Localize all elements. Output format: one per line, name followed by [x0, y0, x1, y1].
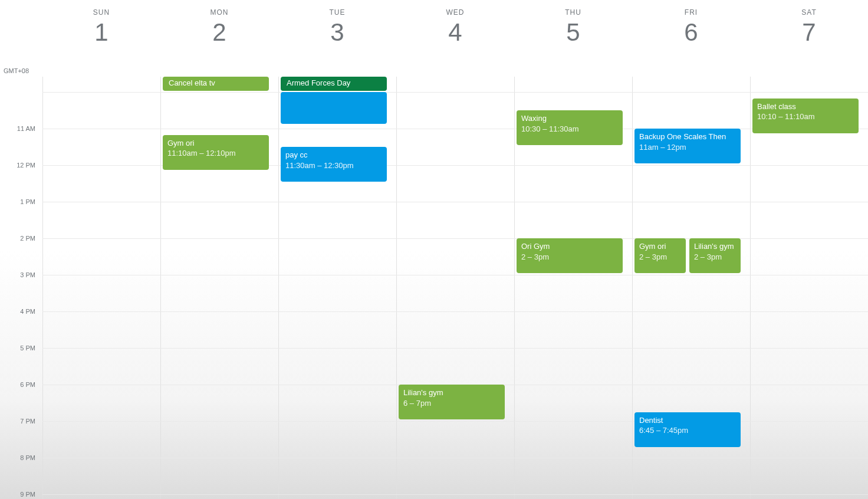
calendar-event[interactable] — [281, 92, 387, 124]
allday-event[interactable]: Cancel elta tv — [163, 77, 269, 91]
time-label: 11 AM — [17, 125, 35, 132]
calendar-event[interactable]: Lilian's gym6 – 7pm — [399, 385, 505, 419]
hour-line — [42, 421, 868, 422]
day-number[interactable]: 7 — [802, 20, 816, 45]
event-time: 2 – 3pm — [521, 252, 618, 262]
calendar-event[interactable]: Ballet class10:10 – 11:10am — [752, 99, 859, 133]
day-number[interactable]: 6 — [684, 20, 698, 45]
day-header[interactable]: TUE3 — [278, 0, 396, 57]
time-label: 12 PM — [17, 162, 35, 169]
hour-line — [42, 311, 868, 312]
day-number[interactable]: 4 — [448, 20, 462, 45]
time-label: 3 PM — [20, 271, 35, 278]
time-label: 6 PM — [20, 381, 35, 388]
time-label: 8 PM — [20, 454, 35, 461]
day-name: FRI — [685, 8, 698, 17]
event-title: Gym ori — [639, 241, 681, 252]
day-header[interactable]: SUN1 — [42, 0, 160, 57]
allday-strip: Cancel elta tvArmed Forces Day — [42, 77, 868, 92]
day-name: THU — [565, 8, 581, 17]
event-title: Cancel elta tv — [169, 78, 215, 87]
event-title: Backup One Scales Then — [639, 132, 736, 142]
event-title: Waxing — [521, 113, 618, 124]
calendar-event[interactable]: Ori Gym2 – 3pm — [517, 238, 623, 273]
day-number[interactable]: 3 — [330, 20, 344, 45]
hour-line — [42, 494, 868, 495]
time-label: 4 PM — [20, 308, 35, 315]
event-title: Ori Gym — [521, 241, 618, 252]
event-title: Gym ori — [167, 138, 264, 149]
event-time: 6 – 7pm — [403, 398, 500, 409]
event-time: 11am – 12pm — [639, 142, 736, 153]
event-time: 2 – 3pm — [694, 252, 736, 262]
allday-event[interactable]: Armed Forces Day — [281, 77, 387, 91]
day-header[interactable]: WED4 — [396, 0, 514, 57]
event-title: Lilian's gym — [403, 388, 500, 398]
day-header[interactable]: FRI6 — [632, 0, 750, 57]
time-label: 5 PM — [20, 344, 35, 352]
day-number[interactable]: 1 — [94, 20, 108, 45]
hour-line — [42, 458, 868, 458]
timezone-label: GMT+08 — [4, 67, 29, 74]
event-time: 11:30am – 12:30pm — [285, 160, 382, 171]
hour-line — [42, 129, 868, 129]
event-title: Lilian's gym — [694, 241, 736, 252]
event-time: 2 – 3pm — [639, 252, 681, 262]
event-time: 11:10am – 12:10pm — [167, 148, 264, 159]
day-header[interactable]: THU5 — [514, 0, 632, 57]
event-title: Dentist — [639, 415, 736, 426]
calendar-event[interactable]: Waxing10:30 – 11:30am — [517, 110, 623, 145]
time-label: 7 PM — [20, 418, 35, 425]
time-label: 2 PM — [20, 235, 35, 242]
event-time: 10:10 – 11:10am — [757, 111, 854, 122]
day-name: SUN — [93, 8, 110, 17]
event-title: Armed Forces Day — [287, 78, 350, 87]
day-headers: SUN1MON2TUE3WED4THU5FRI6SAT7 — [42, 0, 868, 57]
day-number[interactable]: 2 — [212, 20, 226, 45]
calendar-event[interactable]: Backup One Scales Then11am – 12pm — [634, 129, 741, 163]
calendar-week-view: SUN1MON2TUE3WED4THU5FRI6SAT7 GMT+08 11 A… — [0, 0, 868, 499]
day-column[interactable] — [750, 77, 868, 499]
hour-line — [42, 348, 868, 349]
calendar-event[interactable]: Gym ori2 – 3pm — [634, 238, 686, 273]
event-time: 10:30 – 11:30am — [521, 124, 618, 134]
day-name: TUE — [330, 8, 346, 17]
event-time: 6:45 – 7:45pm — [639, 425, 736, 436]
day-column[interactable] — [42, 77, 160, 499]
hour-line — [42, 275, 868, 275]
day-name: MON — [211, 8, 229, 17]
day-column[interactable] — [396, 77, 514, 499]
day-column[interactable] — [278, 77, 396, 499]
hour-line — [42, 202, 868, 202]
event-title: pay cc — [285, 150, 382, 160]
calendar-event[interactable]: Dentist6:45 – 7:45pm — [634, 412, 741, 447]
day-number[interactable]: 5 — [566, 20, 580, 45]
time-gutter: 11 AM12 PM1 PM2 PM3 PM4 PM5 PM6 PM7 PM8 … — [0, 77, 42, 499]
event-title: Ballet class — [757, 101, 854, 112]
calendar-event[interactable]: pay cc11:30am – 12:30pm — [281, 147, 387, 182]
calendar-grid[interactable]: Gym ori11:10am – 12:10pmpay cc11:30am – … — [42, 77, 868, 499]
day-header[interactable]: MON2 — [160, 0, 278, 57]
calendar-event[interactable]: Gym ori11:10am – 12:10pm — [163, 135, 269, 170]
time-label: 1 PM — [20, 198, 35, 205]
hour-line — [42, 92, 868, 93]
day-header[interactable]: SAT7 — [750, 0, 868, 57]
day-name: SAT — [801, 8, 816, 17]
time-label: 9 PM — [20, 491, 35, 498]
day-name: WED — [446, 8, 465, 17]
hour-line — [42, 238, 868, 239]
calendar-event[interactable]: Lilian's gym2 – 3pm — [689, 238, 741, 273]
